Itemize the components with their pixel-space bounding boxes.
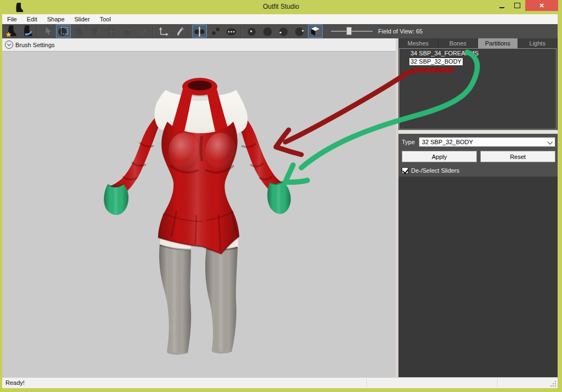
partition-controls: Type 32 SBP_32_BODY Apply Reset De-/Sele… bbox=[398, 134, 558, 177]
transform-axes-icon bbox=[156, 25, 170, 38]
brush-strength-icon bbox=[261, 25, 274, 38]
partition-list[interactable]: 34 SBP_34_FOREARMS 32 SBP_32_BODY bbox=[399, 48, 557, 129]
reset-button[interactable]: Reset bbox=[480, 151, 555, 162]
smooth-brush-icon bbox=[120, 25, 134, 38]
maximize-icon bbox=[514, 3, 520, 8]
apply-button[interactable]: Apply bbox=[402, 151, 477, 162]
outfit-studio-window: Outfit Studio ✕ File Edit Shape Slider T… bbox=[0, 0, 562, 392]
status-divider bbox=[497, 379, 498, 387]
resize-grip[interactable] bbox=[550, 381, 557, 387]
pen-icon bbox=[172, 25, 186, 38]
status-text: Ready! bbox=[5, 379, 25, 386]
global-brush-button[interactable] bbox=[224, 25, 239, 38]
menu-item-shape[interactable]: Shape bbox=[42, 14, 70, 24]
menu-bar: File Edit Shape Slider Tool bbox=[2, 14, 558, 24]
inflate-brush-button[interactable] bbox=[72, 25, 87, 38]
brush-focus-icon bbox=[277, 25, 290, 38]
select-cursor-icon bbox=[41, 25, 54, 38]
deflate-brush-icon bbox=[88, 25, 102, 38]
select-tool-button[interactable] bbox=[40, 25, 55, 38]
partition-item-body[interactable]: 32 SBP_32_BODY bbox=[409, 58, 463, 65]
brush-spacing-icon bbox=[293, 25, 306, 38]
menu-item-slider[interactable]: Slider bbox=[70, 14, 95, 24]
new-project-icon bbox=[4, 25, 18, 38]
toolbar: Field of View: 65 bbox=[2, 24, 558, 38]
main-area: Brush Settings bbox=[2, 38, 558, 377]
global-brush-icon bbox=[224, 25, 238, 38]
move-brush-icon bbox=[104, 25, 118, 38]
chevron-down-icon bbox=[547, 139, 553, 145]
brush-focus-button[interactable] bbox=[276, 25, 291, 38]
mirror-icon bbox=[193, 25, 206, 38]
transform-tool-button[interactable] bbox=[156, 25, 171, 38]
list-splitter[interactable] bbox=[398, 130, 558, 134]
brush-spacing-button[interactable] bbox=[292, 25, 307, 38]
minimize-button[interactable] bbox=[494, 0, 509, 11]
menu-item-edit[interactable]: Edit bbox=[22, 14, 42, 24]
titlebar[interactable]: Outfit Studio ✕ bbox=[0, 0, 562, 14]
fov-label: Field of View: 65 bbox=[378, 28, 423, 35]
paint-brush-button[interactable] bbox=[136, 25, 150, 38]
toolbar-separator bbox=[241, 26, 242, 37]
load-project-icon bbox=[20, 25, 34, 38]
mask-brush-icon bbox=[57, 25, 70, 38]
perspective-toggle-button[interactable] bbox=[308, 25, 323, 38]
tab-bones[interactable]: Bones bbox=[439, 38, 478, 48]
brush-size-button[interactable] bbox=[244, 25, 259, 38]
load-project-button[interactable] bbox=[20, 25, 35, 38]
panel-tabs: Meshes Bones Partitions Lights bbox=[398, 38, 558, 48]
type-dropdown-value: 32 SBP_32_BODY bbox=[422, 139, 473, 145]
deflate-brush-button[interactable] bbox=[88, 25, 103, 38]
brush-settings-header[interactable]: Brush Settings bbox=[2, 38, 396, 52]
tab-meshes[interactable]: Meshes bbox=[398, 38, 438, 48]
pivot-tool-button[interactable] bbox=[172, 25, 187, 38]
select-sliders-label: De-/Select Sliders bbox=[411, 167, 459, 174]
brush-size-icon bbox=[245, 25, 258, 38]
window-title: Outfit Studio bbox=[0, 3, 562, 10]
type-label: Type bbox=[402, 139, 415, 145]
maximize-button[interactable] bbox=[510, 0, 524, 11]
menu-item-file[interactable]: File bbox=[2, 14, 22, 24]
brush-strength-button[interactable] bbox=[260, 25, 275, 38]
status-bar: Ready! bbox=[2, 377, 558, 388]
brush-settings-label: Brush Settings bbox=[15, 42, 55, 48]
toolbar-separator bbox=[37, 26, 38, 37]
tab-lights[interactable]: Lights bbox=[518, 38, 558, 48]
smooth-brush-button[interactable] bbox=[120, 25, 134, 38]
fov-slider[interactable] bbox=[331, 27, 373, 36]
neck-opening bbox=[188, 81, 212, 90]
right-panel: Meshes Bones Partitions Lights 34 SBP_34… bbox=[398, 38, 558, 377]
new-project-button[interactable] bbox=[4, 25, 19, 38]
toolbar-separator bbox=[189, 26, 190, 37]
type-dropdown[interactable]: 32 SBP_32_BODY bbox=[419, 137, 555, 147]
status-divider bbox=[367, 379, 368, 387]
close-icon: ✕ bbox=[539, 2, 544, 9]
perspective-cube-icon bbox=[308, 25, 322, 38]
minimize-icon bbox=[499, 7, 504, 8]
edit-connected-button[interactable] bbox=[208, 25, 223, 38]
fov-slider-track bbox=[331, 31, 373, 32]
close-button[interactable]: ✕ bbox=[525, 0, 558, 11]
x-mirror-button[interactable] bbox=[192, 25, 207, 38]
partition-item-forearms[interactable]: 34 SBP_34_FOREARMS bbox=[409, 50, 480, 57]
move-brush-button[interactable] bbox=[104, 25, 119, 38]
select-sliders-checkbox[interactable] bbox=[402, 167, 408, 174]
mask-brush-button[interactable] bbox=[56, 25, 71, 38]
toolbar-separator bbox=[153, 26, 154, 37]
viewport-canvas[interactable]: Brush Settings bbox=[2, 38, 396, 377]
character-model bbox=[2, 38, 396, 377]
fov-slider-thumb[interactable] bbox=[346, 27, 352, 35]
menu-item-tool[interactable]: Tool bbox=[95, 14, 116, 24]
paint-brush-icon bbox=[136, 25, 150, 38]
inflate-brush-icon bbox=[72, 25, 86, 38]
chevron-down-icon bbox=[5, 41, 13, 49]
panel-empty-area bbox=[398, 177, 558, 377]
tab-partitions[interactable]: Partitions bbox=[478, 38, 518, 48]
connected-vertices-icon bbox=[209, 25, 222, 38]
